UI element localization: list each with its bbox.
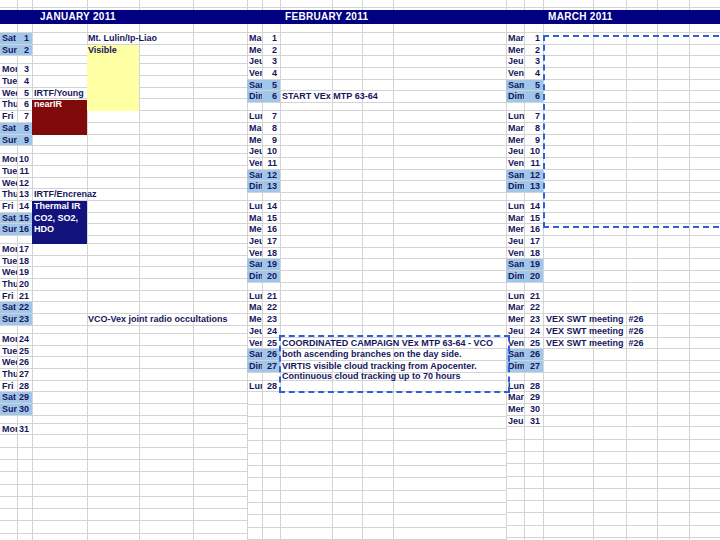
day-abbrev-cell[interactable]: Sat xyxy=(0,123,17,134)
day-number-cell[interactable]: 31 xyxy=(17,424,32,435)
day-abbrev-cell[interactable]: Lun xyxy=(247,291,262,302)
day-abbrev-cell[interactable]: Dim xyxy=(506,91,524,102)
day-number-cell[interactable]: 16 xyxy=(17,224,32,235)
day-abbrev-cell[interactable]: Wed xyxy=(0,178,17,189)
day-abbrev-cell[interactable]: Lun xyxy=(506,201,524,212)
day-number-cell[interactable]: 15 xyxy=(17,213,32,224)
event-label[interactable]: IRTF/Encrenaz xyxy=(34,189,97,201)
month-header[interactable]: MARCH 2011 xyxy=(506,10,720,24)
day-number-cell[interactable]: 5 xyxy=(17,88,32,99)
day-number-cell[interactable]: 29 xyxy=(524,392,543,403)
day-number-cell[interactable]: 11 xyxy=(262,158,280,169)
day-number-cell[interactable]: 24 xyxy=(262,326,280,337)
day-abbrev-cell[interactable]: Mar xyxy=(247,302,262,313)
day-abbrev-cell[interactable]: Dim xyxy=(247,181,262,192)
day-abbrev-cell[interactable]: Mar xyxy=(247,33,262,44)
day-number-cell[interactable]: 16 xyxy=(524,224,543,235)
day-abbrev-cell[interactable]: Fri xyxy=(0,291,17,302)
day-number-cell[interactable]: 6 xyxy=(17,99,32,110)
day-abbrev-cell[interactable]: Jeu xyxy=(247,56,262,67)
day-number-cell[interactable]: 2 xyxy=(17,45,32,56)
day-abbrev-cell[interactable]: Ven xyxy=(506,248,524,259)
day-abbrev-cell[interactable]: Mon xyxy=(0,334,17,345)
day-abbrev-cell[interactable]: Sun xyxy=(0,314,17,325)
day-abbrev-cell[interactable]: Sat xyxy=(0,213,17,224)
day-number-cell[interactable]: 23 xyxy=(524,314,543,325)
day-abbrev-cell[interactable]: Mon xyxy=(0,154,17,165)
day-abbrev-cell[interactable]: Mar xyxy=(506,213,524,224)
day-number-cell[interactable]: 7 xyxy=(262,111,280,122)
day-number-cell[interactable]: 4 xyxy=(262,68,280,79)
day-abbrev-cell[interactable]: Lun xyxy=(506,291,524,302)
event-label[interactable]: START VEx MTP 63-64 xyxy=(282,91,378,103)
day-abbrev-cell[interactable]: Mon xyxy=(0,64,17,75)
day-number-cell[interactable]: 22 xyxy=(262,302,280,313)
day-number-cell[interactable]: 8 xyxy=(262,123,280,134)
day-abbrev-cell[interactable]: Mer xyxy=(506,224,524,235)
day-number-cell[interactable]: 15 xyxy=(262,213,280,224)
day-abbrev-cell[interactable]: Jeu xyxy=(506,416,524,427)
event-label[interactable]: IRTF/Young xyxy=(34,88,84,100)
day-abbrev-cell[interactable]: Mar xyxy=(506,302,524,313)
event-label[interactable]: CO2, SO2, xyxy=(34,213,78,225)
day-abbrev-cell[interactable]: Sat xyxy=(0,302,17,313)
day-abbrev-cell[interactable]: Tue xyxy=(0,256,17,267)
day-abbrev-cell[interactable]: Mer xyxy=(506,45,524,56)
day-number-cell[interactable]: 12 xyxy=(262,170,280,181)
day-number-cell[interactable]: 25 xyxy=(17,346,32,357)
day-number-cell[interactable]: 9 xyxy=(17,135,32,146)
day-number-cell[interactable]: 14 xyxy=(262,201,280,212)
day-number-cell[interactable]: 13 xyxy=(524,181,543,192)
day-abbrev-cell[interactable]: Dim xyxy=(247,91,262,102)
day-number-cell[interactable]: 12 xyxy=(524,170,543,181)
day-abbrev-cell[interactable]: Thu xyxy=(0,369,17,380)
day-number-cell[interactable]: 31 xyxy=(524,416,543,427)
day-abbrev-cell[interactable]: Sun xyxy=(0,135,17,146)
day-number-cell[interactable]: 2 xyxy=(524,45,543,56)
day-number-cell[interactable]: 2 xyxy=(262,45,280,56)
day-abbrev-cell[interactable]: Mar xyxy=(506,33,524,44)
day-abbrev-cell[interactable]: Ven xyxy=(247,68,262,79)
day-number-cell[interactable]: 5 xyxy=(524,80,543,91)
day-abbrev-cell[interactable]: Mon xyxy=(0,244,17,255)
day-abbrev-cell[interactable]: Sat xyxy=(0,392,17,403)
day-number-cell[interactable]: 8 xyxy=(17,123,32,134)
day-number-cell[interactable]: 10 xyxy=(17,154,32,165)
day-number-cell[interactable]: 13 xyxy=(262,181,280,192)
month-header[interactable]: FEBRUARY 2011 xyxy=(247,10,506,24)
day-abbrev-cell[interactable]: Dim xyxy=(506,181,524,192)
day-number-cell[interactable]: 23 xyxy=(262,314,280,325)
day-abbrev-cell[interactable]: Jeu xyxy=(247,146,262,157)
day-number-cell[interactable]: 3 xyxy=(262,56,280,67)
day-abbrev-cell[interactable]: Mar xyxy=(506,123,524,134)
day-abbrev-cell[interactable]: Sam xyxy=(506,259,524,270)
day-abbrev-cell[interactable]: Tue xyxy=(0,166,17,177)
day-number-cell[interactable]: 11 xyxy=(524,158,543,169)
day-abbrev-cell[interactable]: Lun xyxy=(247,381,262,392)
day-number-cell[interactable]: 19 xyxy=(17,267,32,278)
day-number-cell[interactable]: 10 xyxy=(524,146,543,157)
day-abbrev-cell[interactable]: Thu xyxy=(0,189,17,200)
day-number-cell[interactable]: 6 xyxy=(262,91,280,102)
day-number-cell[interactable]: 14 xyxy=(17,201,32,212)
event-label[interactable]: nearIR xyxy=(34,99,62,111)
day-abbrev-cell[interactable]: Mar xyxy=(247,123,262,134)
day-abbrev-cell[interactable]: Fri xyxy=(0,381,17,392)
day-abbrev-cell[interactable]: Lun xyxy=(247,201,262,212)
day-number-cell[interactable]: 3 xyxy=(524,56,543,67)
day-number-cell[interactable]: 10 xyxy=(262,146,280,157)
day-abbrev-cell[interactable]: Sat xyxy=(0,33,17,44)
event-label[interactable]: VEX SWT meeting #26 xyxy=(546,314,644,326)
day-number-cell[interactable]: 9 xyxy=(262,135,280,146)
day-number-cell[interactable]: 6 xyxy=(524,91,543,102)
day-number-cell[interactable]: 17 xyxy=(17,244,32,255)
day-number-cell[interactable]: 28 xyxy=(17,381,32,392)
day-number-cell[interactable]: 1 xyxy=(262,33,280,44)
day-abbrev-cell[interactable]: Sun xyxy=(0,404,17,415)
day-number-cell[interactable]: 3 xyxy=(17,64,32,75)
day-abbrev-cell[interactable]: Sam xyxy=(506,80,524,91)
day-abbrev-cell[interactable]: Jeu xyxy=(506,146,524,157)
day-abbrev-cell[interactable]: Lun xyxy=(247,111,262,122)
day-abbrev-cell[interactable]: Mer xyxy=(506,314,524,325)
day-number-cell[interactable]: 30 xyxy=(17,404,32,415)
